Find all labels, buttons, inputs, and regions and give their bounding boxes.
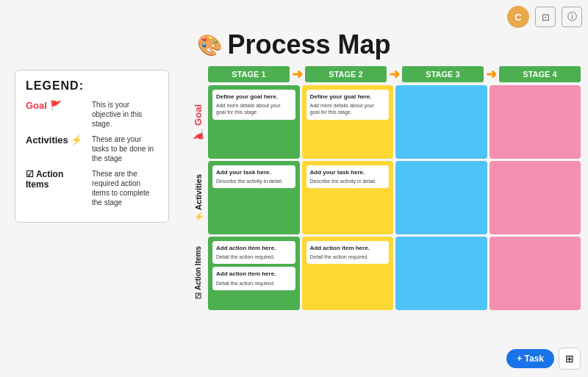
legend-activities-desc: These are your tasks to be done in the s…: [92, 134, 158, 163]
legend-goal-desc: This is your objective in this stage.: [92, 100, 158, 129]
activities-cell-4[interactable]: [490, 161, 581, 234]
goal-card-1-1-text: Add more details about your goal for thi…: [216, 102, 292, 115]
title-emoji: 🎨: [197, 33, 223, 57]
legend-panel: LEGEND: Goal 🚩 This is your objective in…: [15, 70, 169, 223]
arrow-3-4: ➜: [486, 68, 497, 81]
action-cell-3[interactable]: [395, 237, 487, 310]
goal-card-1-1[interactable]: Define your goal here. Add more details …: [212, 90, 295, 120]
activities-row: Add your task here. Describe the activit…: [208, 161, 581, 234]
action-card-1-1-title: Add action item here.: [216, 245, 292, 252]
goal-card-2-1-text: Add more details about your goal for thi…: [310, 102, 386, 115]
activities-cell-1[interactable]: Add your task here. Describe the activit…: [208, 161, 300, 234]
action-card-1-2-text: Detail the action required.: [216, 280, 292, 287]
row-label-goal: 🚩 Goal: [187, 85, 208, 159]
stage-2-header: STAGE 2: [305, 66, 387, 82]
activities-card-2-1[interactable]: Add your task here. Describe the activit…: [306, 165, 390, 188]
stage-4-header: STAGE 4: [499, 66, 581, 82]
action-card-1-1[interactable]: Add action item here. Detail the action …: [212, 241, 295, 264]
legend-action-label: ☑ Action Items: [26, 169, 85, 190]
action-cell-4[interactable]: [490, 237, 581, 310]
action-cell-1[interactable]: Add action item here. Detail the action …: [208, 237, 300, 310]
action-cell-2[interactable]: Add action item here. Detail the action …: [302, 237, 394, 310]
process-map: STAGE 1 ➜ STAGE 2 ➜ STAGE 3 ➜ STAGE 4 🚩 …: [187, 66, 581, 344]
title-text: Process Map: [227, 29, 390, 60]
action-card-1-2-title: Add action item here.: [216, 270, 292, 278]
row-labels: 🚩 Goal ⚡ Activities ☑ Action Items: [187, 85, 208, 310]
legend-activities-label: Activities ⚡: [26, 134, 85, 146]
activities-cell-3[interactable]: [395, 161, 487, 234]
row-label-action: ☑ Action Items: [187, 237, 208, 310]
arrow-1-2: ➜: [292, 68, 303, 81]
map-body: 🚩 Goal ⚡ Activities ☑ Action Items Defin…: [187, 85, 581, 310]
grid-view-button[interactable]: ⊞: [559, 348, 581, 370]
action-card-2-1[interactable]: Add action item here. Detail the action …: [306, 241, 390, 264]
goal-cell-2[interactable]: Define your goal here. Add more details …: [302, 85, 394, 159]
grid-content: Define your goal here. Add more details …: [208, 85, 581, 310]
activities-card-1-1-text: Describe the activity in detail.: [216, 178, 292, 184]
avatar[interactable]: C: [507, 6, 529, 28]
action-row: Add action item here. Detail the action …: [208, 237, 581, 310]
legend-item-goal: Goal 🚩 This is your objective in this st…: [26, 100, 158, 129]
action-card-2-1-title: Add action item here.: [310, 245, 386, 252]
activities-cell-2[interactable]: Add your task here. Describe the activit…: [302, 161, 394, 234]
add-task-button[interactable]: + Task: [506, 349, 554, 368]
goal-cell-1[interactable]: Define your goal here. Add more details …: [208, 85, 300, 159]
header-toolbar: C ⊡ ⓘ: [507, 6, 582, 28]
legend-title: LEGEND:: [26, 79, 158, 93]
action-card-1-2[interactable]: Add action item here. Detail the action …: [212, 267, 295, 290]
frame-icon[interactable]: ⊡: [535, 7, 556, 27]
stage-1-header: STAGE 1: [208, 66, 290, 82]
legend-item-activities: Activities ⚡ These are your tasks to be …: [26, 134, 158, 163]
goal-row-label-text: 🚩 Goal: [193, 104, 204, 140]
activities-card-1-1-title: Add your task here.: [216, 169, 292, 176]
legend-item-action: ☑ Action Items These are the required ac…: [26, 169, 158, 207]
legend-goal-label: Goal 🚩: [26, 100, 85, 111]
row-label-activities: ⚡ Activities: [187, 161, 208, 234]
goal-cell-3[interactable]: [395, 85, 487, 159]
goal-cell-4[interactable]: [490, 85, 581, 159]
stage-3-header: STAGE 3: [402, 66, 484, 82]
bottom-bar: + Task ⊞: [506, 348, 581, 370]
action-row-label-text: ☑ Action Items: [194, 246, 202, 300]
action-card-1-1-text: Detail the action required.: [216, 254, 292, 260]
activities-row-label-text: ⚡ Activities: [193, 174, 203, 222]
legend-action-desc: These are the required action items to c…: [92, 169, 158, 207]
goal-row: Define your goal here. Add more details …: [208, 85, 581, 159]
arrow-2-3: ➜: [389, 68, 400, 81]
action-card-2-1-text: Detail the action required.: [310, 254, 386, 260]
goal-card-1-1-title: Define your goal here.: [216, 93, 292, 101]
goal-card-2-1[interactable]: Define your goal here. Add more details …: [306, 90, 390, 120]
page-title: 🎨 Process Map: [197, 29, 390, 60]
activities-card-2-1-title: Add your task here.: [310, 169, 386, 176]
activities-card-1-1[interactable]: Add your task here. Describe the activit…: [212, 165, 295, 188]
goal-card-2-1-title: Define your goal here.: [310, 93, 386, 101]
activities-card-2-1-text: Describe the activity in detail.: [310, 178, 386, 184]
stages-header-row: STAGE 1 ➜ STAGE 2 ➜ STAGE 3 ➜ STAGE 4: [208, 66, 581, 82]
info-icon[interactable]: ⓘ: [562, 7, 582, 27]
